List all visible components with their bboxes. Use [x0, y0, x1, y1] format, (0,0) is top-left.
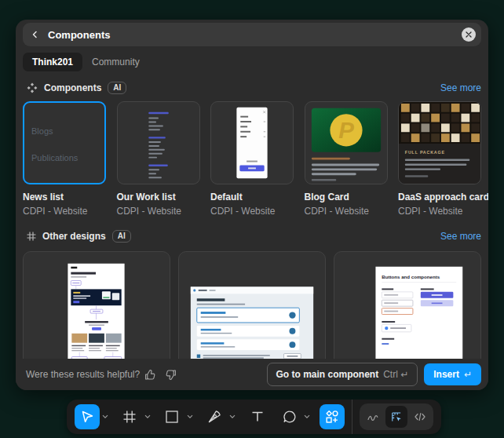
components-section-header: Components AI See more [26, 81, 481, 95]
text-icon [250, 409, 265, 425]
comment-tool-group [277, 404, 312, 429]
page-heading: Buttons and components [382, 274, 440, 279]
component-name: DaaS approach card [398, 192, 481, 203]
component-card-default[interactable]: Default CDPI - Website [210, 101, 294, 217]
blog-card-preview: P [305, 102, 387, 184]
toolbar-divider [352, 400, 352, 434]
shapes-plus-icon [324, 409, 340, 425]
move-tool-group [75, 404, 110, 429]
frame-tool-group [117, 404, 152, 429]
component-card-our-work-list[interactable]: Our Work list CDPI - Website [117, 101, 200, 217]
resources-button[interactable] [320, 404, 345, 429]
thumbs-down-button[interactable] [160, 364, 181, 385]
button-label: Insert [433, 369, 459, 380]
other-designs-card-row: Buttons and components [23, 251, 481, 359]
thumb-label: FULL PACKAGE [405, 150, 445, 155]
go-to-main-component-button[interactable]: Go to main component Ctrl ↵ [267, 363, 418, 386]
component-name: News list [23, 192, 106, 203]
component-name: Default [210, 192, 294, 203]
panel-title: Components [48, 29, 110, 41]
draw-tool-button[interactable] [362, 406, 384, 428]
design-card-welcome-checklist[interactable] [178, 251, 326, 359]
thumbs-up-icon [144, 368, 157, 381]
library-tabs: Think201 Community [23, 53, 149, 71]
component-thumbnail[interactable]: FULL PACKAGE [398, 101, 481, 184]
frame-tool-button[interactable] [117, 404, 142, 429]
pen-tool-dropdown[interactable] [227, 404, 237, 429]
shortcut-hint: Ctrl ↵ [383, 369, 408, 380]
see-more-components-link[interactable]: See more [440, 82, 481, 93]
mobile-menu-preview [211, 102, 293, 184]
components-card-row: Blogs Publications News list CDPI - Webs… [23, 101, 481, 217]
thumbs-down-icon [164, 368, 177, 381]
see-more-other-designs-link[interactable]: See more [440, 231, 481, 242]
panel-header: Components [23, 23, 481, 46]
chevron-left-icon [31, 30, 38, 39]
component-thumbnail[interactable] [117, 101, 200, 184]
four-diamonds-icon [26, 82, 38, 94]
component-library: CDPI - Website [23, 206, 106, 217]
panel-footer: Were these results helpful? Go to main c… [16, 359, 488, 390]
frame-tool-dropdown[interactable] [142, 404, 152, 429]
close-button[interactable] [462, 27, 476, 42]
button-label: Go to main component [276, 369, 379, 380]
dev-tools-group [360, 403, 433, 430]
speech-bubble-icon [282, 409, 298, 425]
chevron-down-icon [304, 414, 310, 419]
figma-canvas: Components Think201 Community Components… [0, 0, 504, 438]
chevron-down-icon [187, 414, 193, 419]
close-icon [466, 31, 472, 38]
move-tool-button[interactable] [75, 404, 100, 429]
chevron-down-icon [102, 414, 108, 419]
daas-card-preview: FULL PACKAGE [399, 102, 480, 184]
component-library: CDPI - Website [210, 206, 294, 217]
back-button[interactable] [23, 23, 46, 46]
squiggle-icon [367, 411, 379, 423]
ai-badge: AI [112, 230, 131, 243]
ruler-cursor-icon [390, 411, 403, 423]
component-library: CDPI - Website [398, 206, 481, 217]
pen-tool-group [202, 404, 237, 429]
thumb-text: Blogs [31, 126, 53, 136]
figma-toolbar [67, 400, 441, 434]
ai-badge: AI [108, 82, 126, 94]
website-flow-preview [24, 252, 170, 359]
checklist-preview [179, 252, 325, 359]
component-card-news-list[interactable]: Blogs Publications News list CDPI - Webs… [23, 101, 106, 217]
hash-frame-icon [26, 231, 37, 242]
resources-tool-group [320, 404, 345, 429]
comment-tool-button[interactable] [277, 404, 302, 429]
tab-community[interactable]: Community [82, 53, 149, 71]
component-thumbnail[interactable]: Blogs Publications [23, 101, 106, 184]
tab-think201[interactable]: Think201 [23, 53, 82, 71]
insert-button[interactable]: Insert ↵ [424, 363, 481, 385]
pen-nib-icon [206, 409, 222, 425]
shape-tool-dropdown[interactable] [184, 404, 195, 429]
thumbs-up-button[interactable] [140, 364, 160, 385]
thumb-text: Publications [31, 153, 78, 162]
design-card-buttons-page[interactable]: Buttons and components [334, 251, 481, 359]
move-tool-dropdown[interactable] [100, 404, 110, 429]
code-icon [414, 411, 426, 423]
component-card-blog-card[interactable]: P Blog Card CDPI - Website [305, 101, 388, 217]
pen-tool-button[interactable] [202, 404, 227, 429]
code-tool-button[interactable] [409, 406, 431, 428]
measure-tool-button[interactable] [385, 406, 407, 428]
component-card-daas-approach[interactable]: FULL PACKAGE DaaS approach card CDPI - W… [398, 101, 481, 217]
text-tool-group [245, 404, 270, 429]
chevron-down-icon [229, 414, 236, 419]
rectangle-tool-button[interactable] [159, 404, 184, 429]
comment-tool-dropdown[interactable] [302, 404, 312, 429]
component-thumbnail[interactable] [210, 101, 294, 184]
text-tool-button[interactable] [245, 404, 270, 429]
list-preview [118, 102, 199, 184]
component-library: CDPI - Website [305, 206, 388, 217]
component-thumbnail[interactable]: P [305, 101, 388, 184]
paypal-logo-letter: P [338, 117, 354, 143]
shortcut-hint: ↵ [464, 369, 472, 380]
components-panel: Components Think201 Community Components… [16, 20, 488, 390]
component-name: Our Work list [117, 192, 200, 203]
chevron-down-icon [144, 414, 151, 419]
design-card-website-flow[interactable] [23, 251, 170, 359]
frame-icon [122, 409, 137, 425]
